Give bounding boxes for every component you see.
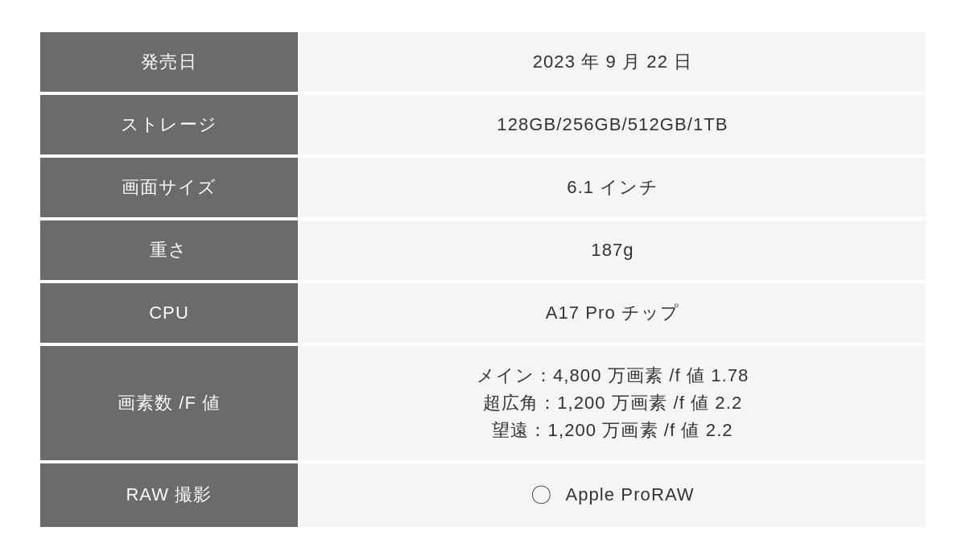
pixel-line: 超広角：1,200 万画素 /f 値 2.2 xyxy=(483,391,743,415)
label-raw: RAW 撮影 xyxy=(40,463,298,529)
label-cpu: CPU xyxy=(40,283,298,344)
table-row: 重さ187g xyxy=(40,220,926,283)
label-release-date: 発売日 xyxy=(40,32,298,93)
value-screen-size: 6.1 インチ xyxy=(298,158,926,219)
value-weight: 187g xyxy=(298,220,926,282)
value-release-date: 2023 年 9 月 22 日 xyxy=(298,32,926,93)
value-cpu: A17 Pro チップ xyxy=(298,283,926,344)
label-pixels: 画素数 /F 値 xyxy=(40,346,298,462)
label-screen-size: 画面サイズ xyxy=(40,158,298,219)
circle-mark: 〇 xyxy=(530,481,552,509)
table-row: 画面サイズ6.1 インチ xyxy=(40,158,926,220)
label-storage: ストレージ xyxy=(40,95,298,156)
raw-text: Apple ProRAW xyxy=(565,484,694,505)
value-storage: 128GB/256GB/512GB/1TB xyxy=(298,95,926,156)
value-pixels: メイン：4,800 万画素 /f 値 1.78超広角：1,200 万画素 /f … xyxy=(298,346,926,462)
label-weight: 重さ xyxy=(40,220,298,282)
table-row: CPUA17 Pro チップ xyxy=(40,283,926,346)
pixel-line: 望遠：1,200 万画素 /f 値 2.2 xyxy=(492,418,733,443)
table-row: 画素数 /F 値メイン：4,800 万画素 /f 値 1.78超広角：1,200… xyxy=(40,346,926,463)
value-raw: 〇Apple ProRAW xyxy=(298,463,926,529)
specs-table: 発売日2023 年 9 月 22 日ストレージ128GB/256GB/512GB… xyxy=(40,32,926,529)
table-row: 発売日2023 年 9 月 22 日 xyxy=(40,32,926,95)
table-row: RAW 撮影〇Apple ProRAW xyxy=(40,463,926,529)
table-row: ストレージ128GB/256GB/512GB/1TB xyxy=(40,95,926,158)
pixel-line: メイン：4,800 万画素 /f 値 1.78 xyxy=(477,364,749,388)
